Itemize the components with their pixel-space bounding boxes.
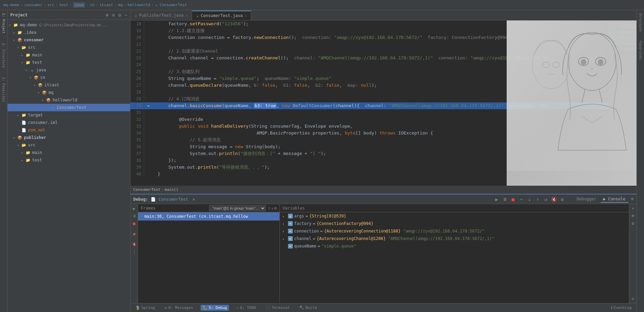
structure-icon[interactable]: 2: Structure (0, 42, 7, 69)
var-expand-icon[interactable]: ▸ (283, 214, 288, 218)
rerun-button[interactable]: ↺ (543, 196, 549, 203)
project-collapse-icon[interactable]: ≡ (112, 12, 115, 18)
frames-panel: Frames "main"@1 in group "main"... ↑ ↓ ⊟… (138, 204, 280, 303)
tree-item-consumer-mq[interactable]: ▾ 📦 mq (8, 89, 130, 96)
var-expand-icon[interactable]: ▸ (283, 237, 288, 241)
tab-close-icon[interactable]: × (245, 14, 247, 18)
bottom-tab-spring[interactable]: 🍃 Spring (133, 305, 157, 311)
debug-class-icon: 📄 (151, 197, 156, 202)
event-icon: ℹ (611, 306, 612, 310)
thread-select[interactable]: "main"@1 in group "main"... (209, 205, 266, 211)
favorites-icon[interactable]: 2: Favorites (0, 76, 7, 103)
var-expand-icon[interactable]: ▸ (283, 222, 288, 226)
bottom-tab-terminal[interactable]: ⬛ Terminal (263, 305, 292, 311)
code-content[interactable]: 18 factory.setPassword("123456"); 19 // … (131, 20, 609, 186)
tree-item-consumertest[interactable]: ☕ ConsumerTest (8, 104, 130, 111)
debug-rerun-icon[interactable]: ↺ (131, 231, 137, 237)
frame-up-icon[interactable]: ↑ (268, 206, 270, 211)
code-line-25: 25 // 3.创建队列 (131, 68, 609, 75)
bottom-tab-todo[interactable]: ✓ 6: TODO (234, 305, 258, 311)
var-infinity-icon[interactable]: ∞ (630, 296, 636, 302)
project-icon[interactable]: 1: Project (0, 12, 7, 35)
tree-item-consumer-src[interactable]: ▾ 📂 src (8, 44, 130, 51)
breadcrumb-item[interactable]: src (47, 3, 54, 7)
debug-close-icon[interactable]: × (192, 197, 195, 202)
step-into-button[interactable]: ↓ (526, 196, 533, 203)
breadcrumb-item[interactable]: java (73, 2, 85, 8)
debugger-tab[interactable]: Debugger (574, 196, 599, 203)
project-close-icon[interactable]: − (125, 12, 127, 18)
var-eq: = (305, 214, 308, 218)
variable-factory[interactable]: ▸ ≡ factory = {ConnectionFactory@994} (280, 220, 629, 227)
bottom-tab-build[interactable]: 🔨 Build (297, 305, 319, 311)
breadcrumb-item[interactable]: cn (90, 3, 94, 7)
tree-item-consumer-test[interactable]: ▾ 📁 test (8, 59, 130, 66)
var-watch-icon[interactable]: 👁 (630, 213, 636, 219)
line-number: 26 (131, 75, 144, 82)
tree-item-publisher[interactable]: ▾ 📦 publisher (8, 134, 130, 141)
debug-stop-icon[interactable]: ■ (131, 221, 137, 227)
breadcrumb-item[interactable]: mq-demo (3, 3, 19, 7)
variable-channel[interactable]: ▸ ≡ channel = {AutorecoveringChannel@120… (280, 235, 629, 242)
console-tab[interactable]: ▶ Console (601, 196, 628, 203)
project-title: Project (10, 13, 28, 17)
tree-item-consumer[interactable]: ▾ 📦 consumer (8, 36, 130, 44)
debug-more-icon[interactable]: ⋮ (131, 249, 137, 255)
var-type-icon: ≡ (288, 244, 293, 249)
variable-queuename[interactable]: ≡ queueName = "simple.queue" (280, 242, 629, 250)
tree-item-consumer-java[interactable]: ▾ ☕ java (8, 66, 130, 74)
stop-button[interactable]: ■ (510, 196, 517, 203)
breadcrumb-item[interactable]: itcast (99, 3, 113, 7)
var-add-icon[interactable]: + (630, 205, 636, 212)
tree-item-consumer-itcast[interactable]: ▾ 📦 itcast (8, 81, 130, 89)
structure-panel-label[interactable]: Structure (639, 13, 642, 31)
sep: › (152, 3, 154, 7)
tab-consumertest[interactable]: ☕ ConsumerTest.java × (192, 11, 251, 20)
bottom-tab-eventlog[interactable]: ℹ EventLog (609, 305, 634, 311)
bottom-tab-debug[interactable]: 🐛 5: Debug (201, 305, 229, 311)
tree-item-idea[interactable]: ▸ 📁 .idea (8, 29, 130, 36)
frame-item-main[interactable]: ✓ main:30, ConsumerTest (cn.itcast.mq.he… (138, 212, 279, 221)
pause-button[interactable]: ⏸ (502, 196, 508, 203)
step-out-button[interactable]: ↑ (534, 196, 541, 203)
tree-item-pom[interactable]: 📄 pom.xml (8, 126, 130, 134)
variable-connection[interactable]: ▸ ≡ connection = {AutorecoveringConnecti… (280, 227, 629, 235)
project-settings-icon[interactable]: ⚙ (118, 12, 121, 18)
debug-pause-icon[interactable]: ⏸ (131, 213, 137, 219)
breadcrumb-item[interactable]: ☕ ConsumerTest (155, 3, 187, 7)
bottom-tab-messages[interactable]: ✉ 0: Messages (163, 305, 195, 311)
tree-item-consumer-helloworld[interactable]: ▾ 📦 helloworld (8, 96, 130, 104)
debug-mute-icon[interactable]: 🔇 (131, 241, 137, 247)
tab-close-icon[interactable]: × (186, 14, 188, 17)
var-expand-icon[interactable]: ▸ (283, 229, 288, 233)
resume-button[interactable]: ▶ (493, 196, 500, 203)
minimap[interactable]: ████████████████████████ ███████████████… (609, 20, 636, 186)
favorites-panel-label[interactable]: Favorites (639, 41, 642, 59)
mute-button[interactable]: 🔇 (551, 196, 558, 203)
frame-filter-icon[interactable]: ⊟ (274, 206, 277, 211)
breadcrumb-item[interactable]: test (59, 3, 68, 7)
tree-item-consumer-main[interactable]: ▸ 📁 main (8, 51, 130, 59)
tree-item-consumer-iml[interactable]: 📄 consumer.iml (8, 119, 130, 126)
step-over-button[interactable]: ↷ (518, 196, 525, 203)
tree-item-target[interactable]: ▸ 📁 target (8, 111, 130, 119)
breadcrumb-item[interactable]: helloworld (127, 3, 150, 7)
variable-args[interactable]: ▸ p args = {String[0]@539} (280, 212, 629, 220)
debug-toolbar: ▶ ⏸ ■ ↷ ↓ ↑ ↺ 🔇 ⚙ (493, 196, 566, 203)
debug-settings-icon[interactable]: ≡ (631, 196, 634, 203)
frame-down-icon[interactable]: ↓ (271, 206, 274, 211)
project-add-icon[interactable]: ⊕ (106, 12, 108, 18)
tree-item-mqdemo[interactable]: ▾ 📁 mq-demo G:\Projects\IdeaProjects\mq-… (8, 21, 130, 29)
breadcrumb-item[interactable]: consumer (24, 3, 42, 7)
settings-button[interactable]: ⚙ (559, 196, 566, 203)
tree-item-consumer-cn[interactable]: ▾ 📦 cn (8, 74, 130, 81)
tree-item-publisher-src[interactable]: ▾ 📂 src (8, 141, 130, 149)
tree-item-publisher-test[interactable]: ▸ 📁 test (8, 156, 130, 164)
line-text: System.out.println("接收到消息：[" + message +… (147, 150, 609, 157)
debug-resume-icon[interactable]: ▶ (131, 205, 137, 212)
tree-item-publisher-main[interactable]: ▸ 📁 main (8, 149, 130, 156)
var-type-icon: ≡ (288, 229, 293, 233)
breadcrumb-item[interactable]: mq (118, 3, 123, 7)
var-copy-icon[interactable]: ⊞ (630, 221, 636, 227)
tab-publishertest[interactable]: ☕ PublisherTest.java × (131, 11, 192, 20)
